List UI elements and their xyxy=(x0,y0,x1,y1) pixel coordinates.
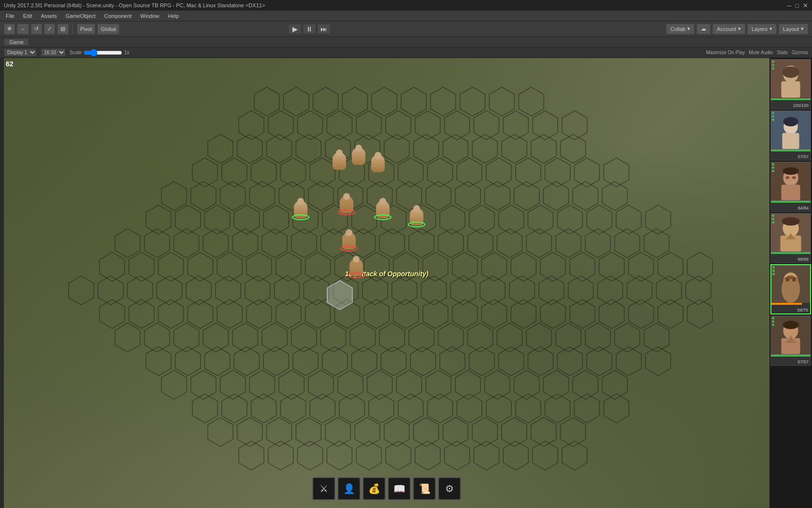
menu-window[interactable]: Window xyxy=(136,12,163,20)
menu-component[interactable]: Component xyxy=(100,12,135,20)
enemy-figure-2 xyxy=(352,148,365,165)
menu-edit[interactable]: Edit xyxy=(19,12,36,20)
action-settings[interactable]: ⚙ xyxy=(438,477,461,500)
status-dot-15 xyxy=(772,273,775,275)
layout-btn[interactable]: Layout ▾ xyxy=(779,24,808,34)
left-panel xyxy=(0,58,4,508)
game-tab[interactable]: Game xyxy=(4,38,29,46)
hero-char-center[interactable] xyxy=(340,196,353,213)
tool-move[interactable]: ↔ xyxy=(17,24,29,34)
scale-label: Scale xyxy=(70,50,82,55)
close-btn[interactable]: ✕ xyxy=(803,2,808,9)
collab-btn[interactable]: Collab ▾ xyxy=(666,24,695,34)
svg-marker-0 xyxy=(254,87,279,116)
status-dot-5 xyxy=(772,115,774,118)
minimize-btn[interactable]: ─ xyxy=(787,2,791,9)
enemy-char-left[interactable] xyxy=(294,201,307,218)
char-portrait-6 xyxy=(771,316,811,355)
menu-file[interactable]: File xyxy=(2,12,18,20)
maximize-btn[interactable]: □ xyxy=(795,2,799,9)
tool-rotate[interactable]: ↺ xyxy=(31,24,42,34)
menu-assets[interactable]: Assets xyxy=(37,12,61,20)
char-hp-text-2: 57/57 xyxy=(798,154,809,159)
stats-btn[interactable]: Stats xyxy=(777,50,788,55)
status-dot-14 xyxy=(772,269,775,272)
right-toolbar: Collab ▾ ☁ Account ▾ Layers ▾ Layout ▾ xyxy=(666,24,808,34)
svg-point-281 xyxy=(782,275,800,303)
display-dropdown[interactable]: Display 1 xyxy=(4,48,37,57)
game-viewport[interactable]: 62 16 (Attack of Opportunity) xyxy=(4,58,769,508)
hero-char-lower[interactable] xyxy=(342,232,356,250)
hp-fill-2 xyxy=(771,149,811,151)
scale-slider[interactable] xyxy=(84,49,122,57)
cloud-icon: ☁ xyxy=(701,26,706,32)
cloud-btn[interactable]: ☁ xyxy=(696,24,710,34)
char-card-5[interactable]: 59/75 xyxy=(770,264,811,314)
status-dot-12 xyxy=(772,221,774,224)
scale-value: 1x xyxy=(124,50,130,55)
char-stats-3: 84/84 xyxy=(798,206,809,210)
account-btn[interactable]: Account ▾ xyxy=(712,24,745,34)
svg-marker-260 xyxy=(327,281,352,310)
char-card-6[interactable]: 57/57 xyxy=(770,315,811,366)
layers-dropdown-icon: ▾ xyxy=(769,26,772,32)
tool-scale[interactable]: ⤢ xyxy=(44,24,55,34)
frame-number: 62 xyxy=(6,60,14,68)
svg-point-267 xyxy=(783,117,798,127)
char-card-2[interactable]: 57/57 xyxy=(770,110,811,161)
pivot-btn[interactable]: Pivot xyxy=(77,24,95,34)
selection-ring-lowest xyxy=(348,272,365,278)
maximize-on-play[interactable]: Maximize On Play xyxy=(706,50,745,55)
action-journal[interactable]: 📜 xyxy=(413,477,436,500)
char-card-1[interactable]: 100/100 xyxy=(770,59,811,109)
status-dot-18 xyxy=(772,324,774,326)
play-controls: ▶ ⏸ ⏭ xyxy=(288,24,331,34)
enemy-char-3[interactable] xyxy=(371,155,385,172)
status-dot-17 xyxy=(772,320,774,323)
collab-label: Collab xyxy=(670,26,685,32)
selection-ring-lower xyxy=(340,246,358,252)
char-hp-text-5: 59/75 xyxy=(797,308,808,313)
title-text: Unity 2017.2.5f1 Personal (64bit) - Scen… xyxy=(4,2,265,8)
sep1 xyxy=(72,24,73,34)
toolbar: ✥ ↔ ↺ ⤢ ▤ Pivot Global ▶ ⏸ ⏭ Collab ▾ ☁ … xyxy=(0,21,812,37)
tool-hand[interactable]: ✥ xyxy=(4,24,15,34)
svg-marker-204 xyxy=(161,370,187,399)
tool-rect[interactable]: ▤ xyxy=(57,24,69,34)
enemy-char-2[interactable] xyxy=(352,148,365,165)
selection-ring-left xyxy=(292,214,309,220)
enemy-char-right1[interactable] xyxy=(376,201,390,218)
svg-point-282 xyxy=(786,278,790,282)
mute-audio[interactable]: Mute Audio xyxy=(749,50,773,55)
action-inventory[interactable]: 💰 xyxy=(362,477,386,500)
layers-label: Layers xyxy=(752,26,768,32)
pause-btn[interactable]: ⏸ xyxy=(303,24,316,34)
layers-btn[interactable]: Layers ▾ xyxy=(747,24,777,34)
char-portrait-2 xyxy=(771,111,811,149)
menu-help[interactable]: Help xyxy=(164,12,183,20)
char-card-3[interactable]: 84/84 xyxy=(770,162,811,212)
step-btn[interactable]: ⏭ xyxy=(317,24,331,34)
game-header: Game xyxy=(0,37,812,47)
svg-marker-7 xyxy=(460,87,485,116)
menu-gameobject[interactable]: GameObject xyxy=(62,12,100,20)
svg-marker-1 xyxy=(284,87,309,116)
char-card-4[interactable]: 88/88 xyxy=(770,213,811,263)
action-character[interactable]: 👤 xyxy=(337,477,361,500)
char-hp-text-4: 88/88 xyxy=(798,257,809,262)
enemy-char-1[interactable] xyxy=(333,152,346,170)
svg-point-263 xyxy=(782,67,799,78)
svg-marker-84 xyxy=(115,229,140,258)
action-abilities[interactable]: 📖 xyxy=(388,477,411,500)
title-bar: Unity 2017.2.5f1 Personal (64bit) - Scen… xyxy=(0,0,812,11)
collab-dropdown-icon: ▾ xyxy=(687,26,690,32)
char-status-6 xyxy=(772,317,774,326)
char-hp-text-1: 100/100 xyxy=(793,103,809,108)
resolution-dropdown[interactable]: 16:10 xyxy=(41,48,66,57)
hero-char-lowest[interactable] xyxy=(349,259,363,276)
gizmos-btn[interactable]: Gizmos xyxy=(792,50,808,55)
play-btn[interactable]: ▶ xyxy=(288,24,302,34)
global-btn[interactable]: Global xyxy=(97,24,119,34)
action-attack[interactable]: ⚔ xyxy=(312,477,335,500)
enemy-char-right2[interactable] xyxy=(410,208,423,225)
